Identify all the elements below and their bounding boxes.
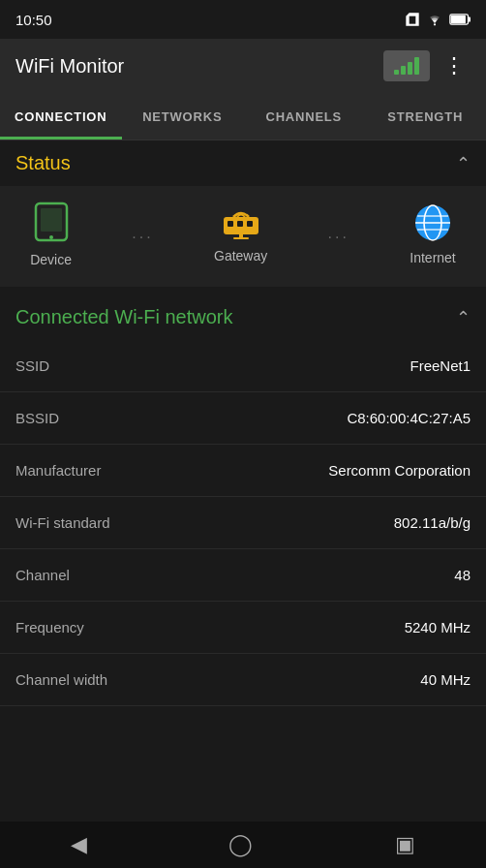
- ssid-value: FreeNet1: [410, 357, 471, 374]
- svg-point-6: [49, 235, 53, 239]
- svg-rect-8: [228, 221, 233, 227]
- tabs: CONNECTION NETWORKS CHANNELS STRENGTH: [0, 93, 486, 140]
- channel-width-value: 40 MHz: [420, 671, 471, 688]
- status-time: 10:50: [15, 12, 52, 28]
- dots-right: ···: [328, 223, 349, 246]
- status-bar: 10:50: [0, 0, 486, 39]
- channel-label: Channel: [15, 567, 70, 583]
- svg-rect-2: [468, 16, 471, 21]
- bssid-label: BSSID: [15, 410, 59, 426]
- home-button[interactable]: ◯: [228, 832, 253, 857]
- network-chevron-icon: ⌃: [456, 307, 471, 328]
- svg-rect-12: [233, 237, 249, 239]
- svg-rect-10: [247, 221, 253, 227]
- internet-item: Internet: [410, 203, 455, 265]
- frequency-label: Frequency: [15, 619, 84, 636]
- bssid-row: BSSID C8:60:00:4C:27:A5: [0, 392, 486, 445]
- more-options-icon[interactable]: ⋮: [438, 49, 471, 82]
- gateway-label: Gateway: [214, 248, 267, 264]
- internet-label: Internet: [410, 250, 455, 265]
- wifi-standard-label: Wi-Fi standard: [15, 514, 110, 531]
- channel-width-label: Channel width: [15, 671, 107, 688]
- tab-networks[interactable]: NETWORKS: [122, 93, 244, 140]
- network-header[interactable]: Connected Wi-Fi network ⌃: [0, 294, 486, 340]
- status-header[interactable]: Status ⌃: [0, 140, 486, 186]
- app-title: WiFi Monitor: [15, 55, 124, 78]
- frequency-value: 5240 MHz: [405, 619, 471, 636]
- channel-width-row: Channel width 40 MHz: [0, 654, 486, 706]
- svg-rect-9: [237, 221, 243, 227]
- wifi-icon: [426, 13, 443, 26]
- channel-value: 48: [454, 567, 471, 583]
- content: Status ⌃ Device ···: [0, 140, 486, 822]
- sim-icon: [405, 12, 420, 27]
- back-button[interactable]: ◀: [71, 832, 87, 857]
- svg-rect-5: [41, 208, 62, 232]
- internet-icon: [413, 203, 452, 242]
- signal-button[interactable]: [383, 50, 430, 81]
- manufacturer-value: Sercomm Corporation: [328, 462, 471, 479]
- recents-button[interactable]: ▣: [395, 832, 415, 857]
- gateway-item: Gateway: [214, 205, 267, 264]
- bssid-value: C8:60:00:4C:27:A5: [347, 410, 471, 426]
- ssid-label: SSID: [15, 357, 49, 374]
- app-bar: WiFi Monitor ⋮: [0, 39, 486, 93]
- tab-strength[interactable]: STRENGTH: [365, 93, 487, 140]
- network-title: Connected Wi-Fi network: [15, 306, 233, 328]
- dots-left: ···: [132, 223, 153, 246]
- status-icons: [405, 12, 471, 27]
- status-row: Device ··· Gat: [0, 186, 486, 287]
- gateway-icon: [220, 205, 262, 240]
- channel-row: Channel 48: [0, 549, 486, 602]
- svg-point-0: [434, 23, 436, 25]
- svg-rect-3: [451, 16, 466, 23]
- tab-channels[interactable]: CHANNELS: [243, 93, 365, 140]
- app-bar-actions: ⋮: [383, 49, 471, 82]
- signal-bar-icon: [394, 57, 419, 75]
- wifi-standard-value: 802.11a/b/g: [394, 514, 471, 531]
- device-label: Device: [30, 252, 72, 267]
- status-chevron-icon: ⌃: [456, 153, 471, 174]
- bottom-nav: ◀ ◯ ▣: [0, 822, 486, 868]
- frequency-row: Frequency 5240 MHz: [0, 602, 486, 654]
- manufacturer-row: Manufacturer Sercomm Corporation: [0, 445, 486, 497]
- tab-connection[interactable]: CONNECTION: [0, 93, 122, 140]
- status-section: Status ⌃ Device ···: [0, 140, 486, 287]
- wifi-standard-row: Wi-Fi standard 802.11a/b/g: [0, 497, 486, 549]
- network-section: Connected Wi-Fi network ⌃ SSID FreeNet1 …: [0, 294, 486, 706]
- manufacturer-label: Manufacturer: [15, 462, 101, 479]
- battery-icon: [449, 13, 471, 26]
- status-title: Status: [15, 152, 71, 174]
- device-icon: [34, 202, 69, 244]
- device-item: Device: [30, 202, 72, 267]
- ssid-row: SSID FreeNet1: [0, 340, 486, 392]
